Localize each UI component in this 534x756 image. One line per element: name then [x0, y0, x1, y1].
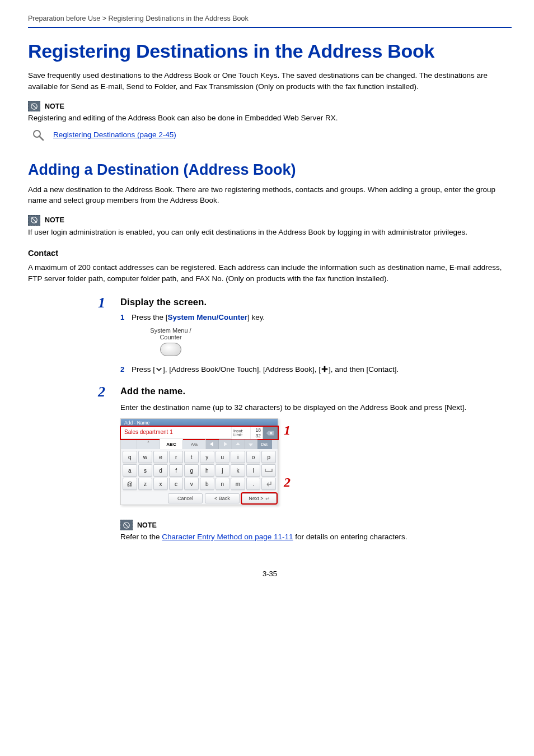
back-button[interactable]: < Back	[205, 493, 240, 503]
system-menu-counter-keyword: System Menu/Counter	[168, 313, 248, 321]
key-f[interactable]: f	[169, 464, 184, 477]
input-limit-label: Input: Limit:	[231, 427, 250, 439]
key-v[interactable]: v	[184, 478, 199, 490]
svg-line-1	[31, 104, 36, 109]
note-icon	[28, 215, 40, 226]
cancel-button[interactable]: Cancel	[168, 493, 203, 503]
substep-text: Press [], [Address Book/One Touch], [Add…	[132, 365, 399, 374]
step-title: Display the screen.	[120, 297, 512, 307]
cursor-down-button[interactable]	[245, 439, 257, 449]
enter-icon: ↵	[265, 496, 270, 502]
key-w[interactable]: w	[138, 451, 153, 463]
key-k[interactable]: k	[231, 464, 245, 477]
keyboard-title: Add - Name	[121, 419, 278, 427]
input-mode-abc[interactable]: ABC	[160, 439, 183, 449]
key-h[interactable]: h	[200, 464, 214, 477]
magnifier-icon	[31, 128, 45, 142]
system-menu-key-illustration: System Menu / Counter	[137, 327, 204, 356]
note-label: NOTE	[45, 102, 64, 110]
key-b[interactable]: b	[200, 478, 214, 490]
key-c[interactable]: c	[169, 478, 184, 490]
step2-desc: Enter the destination name (up to 32 cha…	[120, 402, 512, 413]
callout-2: 2	[284, 475, 291, 490]
char-entry-link[interactable]: Character Entry Method on page 11-11	[162, 533, 293, 541]
substep-text: Press the [System Menu/Counter] key.	[132, 313, 265, 321]
chevron-down-icon	[155, 365, 163, 373]
key-s[interactable]: s	[138, 464, 153, 477]
key-o[interactable]: o	[246, 451, 261, 463]
key-y[interactable]: y	[200, 451, 214, 463]
key-r[interactable]: r	[169, 451, 184, 463]
breadcrumb: Preparation before Use > Registering Des…	[28, 15, 512, 28]
reference-link[interactable]: Registering Destinations (page 2-45)	[53, 130, 176, 139]
callout-1: 1	[284, 423, 291, 438]
key-a[interactable]: a	[123, 464, 137, 477]
input-limit-value: 18 32	[250, 427, 263, 439]
onscreen-keyboard: Add - Name Sales department 1 Input: Lim…	[120, 418, 278, 505]
key-n[interactable]: n	[216, 478, 230, 490]
note-icon	[120, 520, 133, 530]
contact-text: A maximum of 200 contact addresses can b…	[28, 262, 512, 284]
svg-line-7	[124, 522, 129, 528]
enter-key[interactable]	[261, 478, 276, 490]
note2-text: If user login administration is enabled,…	[28, 227, 512, 238]
input-mode-case[interactable]: A/a	[183, 439, 206, 449]
h2-intro: Add a new destination to the Address Boo…	[28, 184, 512, 206]
plus-icon	[321, 365, 329, 373]
key-x[interactable]: x	[153, 478, 168, 490]
cursor-left-button[interactable]	[206, 439, 219, 449]
section-title: Adding a Destination (Address Book)	[28, 161, 512, 179]
key-z[interactable]: z	[138, 478, 153, 490]
key-t[interactable]: t	[184, 451, 199, 463]
step-title: Add the name.	[120, 386, 512, 396]
cursor-up-button[interactable]	[232, 439, 245, 449]
key-q[interactable]: q	[123, 451, 137, 463]
page-number: 3-35	[28, 570, 512, 578]
next-button[interactable]: Next >↵	[242, 493, 277, 503]
backspace-button[interactable]	[263, 427, 278, 439]
name-input[interactable]: Sales department 1	[121, 427, 231, 439]
intro-text: Save frequently used destinations to the…	[28, 70, 512, 92]
note-icon	[28, 101, 40, 111]
substep-number: 1	[120, 313, 127, 321]
key-e[interactable]: e	[153, 451, 168, 463]
note-label: NOTE	[45, 216, 64, 224]
key-i[interactable]: i	[231, 451, 245, 463]
input-mode-shift[interactable]: ▲	[137, 439, 160, 449]
note-label: NOTE	[137, 521, 157, 529]
key-.[interactable]: .	[246, 478, 261, 490]
key-d[interactable]: d	[153, 464, 168, 477]
key-l[interactable]: l	[246, 464, 261, 477]
keyboard-input-row: Sales department 1 Input: Limit: 18 32	[121, 427, 278, 439]
note3-text: Refer to the Character Entry Method on p…	[120, 531, 512, 543]
svg-line-5	[31, 218, 36, 223]
contact-heading: Contact	[28, 249, 512, 258]
delete-button[interactable]: Del.	[257, 439, 272, 449]
cursor-right-button[interactable]	[219, 439, 232, 449]
key-p[interactable]: p	[261, 451, 276, 463]
key-u[interactable]: u	[216, 451, 230, 463]
svg-line-3	[39, 136, 43, 140]
step-number: 2	[98, 384, 105, 400]
note1-text: Registering and editing of the Address B…	[28, 113, 512, 124]
space-key[interactable]	[261, 464, 276, 477]
key-g[interactable]: g	[184, 464, 199, 477]
substep-number: 2	[120, 365, 127, 374]
key-j[interactable]: j	[216, 464, 230, 477]
page-title: Registering Destinations in the Address …	[28, 40, 512, 62]
step-number: 1	[98, 295, 105, 311]
key-m[interactable]: m	[231, 478, 245, 490]
key-@[interactable]: @	[123, 478, 137, 490]
